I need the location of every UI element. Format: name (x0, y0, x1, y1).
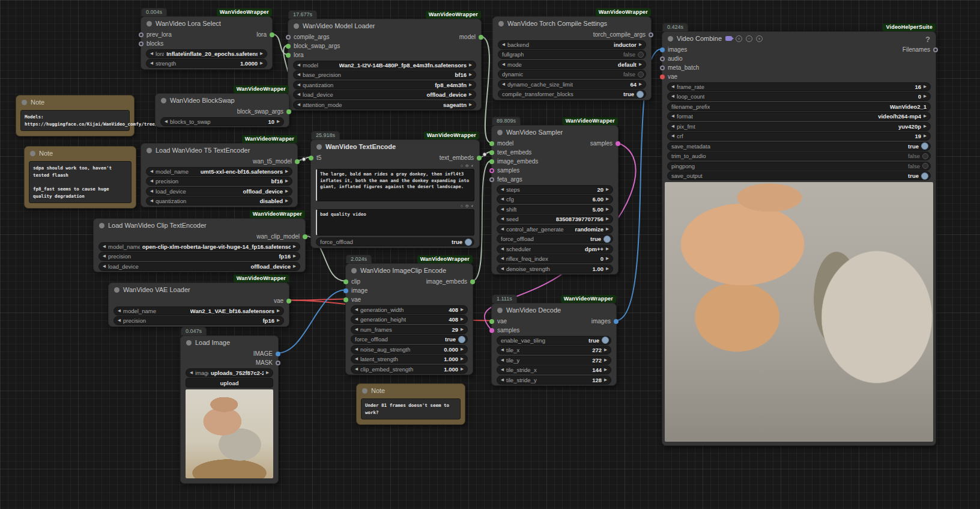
collapse-dot[interactable] (316, 144, 322, 150)
collapse-dot[interactable] (147, 21, 152, 26)
increment-icon[interactable]: ▶ (469, 93, 472, 97)
input-dot-vae[interactable] (343, 297, 348, 302)
collapse-dot[interactable] (497, 130, 503, 135)
widget-load_device[interactable]: ◀load_deviceoffload_device▶ (146, 187, 292, 196)
toggle-knob[interactable] (922, 153, 928, 159)
increment-icon[interactable]: ▶ (293, 254, 296, 258)
output-slot-model[interactable]: model (459, 34, 483, 40)
widget-cfg[interactable]: ◀cfg6.00▶ (497, 195, 613, 204)
input-slot-lora[interactable]: lora (286, 52, 304, 58)
input-dot-block_swap_args[interactable] (286, 44, 291, 49)
increment-icon[interactable]: ▶ (606, 197, 609, 201)
decrement-icon[interactable]: ◀ (190, 371, 193, 375)
increment-icon[interactable]: ▶ (260, 61, 263, 66)
node-note_frames[interactable]: NoteUnder 81 frames doesn't seem to work… (356, 383, 465, 425)
increment-icon[interactable]: ▶ (924, 94, 927, 99)
decrement-icon[interactable]: ◀ (501, 247, 504, 251)
output-dot-samples[interactable] (616, 141, 620, 146)
widget-compile_transformer_blocks[interactable]: compile_transformer_blockstrue (498, 90, 646, 99)
output-dot-images[interactable] (614, 319, 619, 324)
input-dot-samples[interactable] (489, 328, 494, 333)
decrement-icon[interactable]: ◀ (501, 227, 504, 231)
widget-control_after_generate[interactable]: ◀control_after_generaterandomize▶ (497, 225, 613, 234)
widget-crf[interactable]: ◀crf19▶ (667, 132, 931, 141)
increment-icon[interactable]: ▶ (469, 73, 472, 77)
decrement-icon[interactable]: ◀ (671, 134, 674, 138)
increment-icon[interactable]: ▶ (469, 103, 472, 107)
input-dot-prev_lora[interactable] (139, 32, 144, 37)
output-dot-text_embeds[interactable] (477, 156, 482, 160)
input-dot-vae[interactable] (489, 319, 494, 324)
node-model_loader[interactable]: 17.677sWanVideoWrapperWanVideo Model Loa… (288, 19, 482, 111)
widget-trim_to_audio[interactable]: trim_to_audiofalse (667, 151, 931, 160)
decrement-icon[interactable]: ◀ (150, 61, 153, 66)
widget-model_name[interactable]: ◀model_nameopen-clip-xlm-roberta-large-v… (98, 242, 300, 251)
increment-icon[interactable]: ▶ (924, 114, 927, 118)
input-dot-vae[interactable] (660, 75, 665, 79)
widget-num_frames[interactable]: ◀num_frames29▶ (351, 325, 468, 334)
widget-quantization[interactable]: ◀quantizationfp8_e4m3fn▶ (293, 81, 476, 90)
input-slot-model[interactable]: model (489, 140, 513, 147)
node-note_models[interactable]: NoteModels: https://huggingface.co/Kijai… (16, 95, 135, 136)
collapse-dot[interactable] (30, 151, 35, 156)
increment-icon[interactable]: ▶ (461, 347, 464, 352)
collapse-dot[interactable] (114, 287, 119, 293)
node-sampler[interactable]: 89.809sWanVideoWrapperWanVideo Samplermo… (491, 125, 619, 275)
output-slot-vae[interactable]: vae (274, 297, 291, 304)
upload-button[interactable]: upload (186, 378, 273, 388)
decrement-icon[interactable]: ◀ (297, 63, 300, 67)
increment-icon[interactable]: ▶ (277, 319, 280, 323)
widget-tile_stride_y[interactable]: ◀tile_stride_y128▶ (497, 376, 611, 385)
node-block_swap[interactable]: WanVideoWrapperWanVideo BlockSwapblock_s… (155, 93, 289, 127)
widget-model_name[interactable]: ◀model_nameWan2_1_VAE_bf16.safetensors▶ (113, 306, 284, 315)
input-dot-meta_batch[interactable] (660, 66, 665, 70)
widget-tile_x[interactable]: ◀tile_x272▶ (497, 346, 611, 355)
node-t5_encoder[interactable]: WanVideoWrapperLoad WanVideo T5 TextEnco… (141, 143, 298, 207)
decrement-icon[interactable]: ◀ (502, 43, 505, 47)
output-dot-image_embeds[interactable] (470, 279, 475, 284)
increment-icon[interactable]: ▶ (285, 199, 288, 203)
decrement-icon[interactable]: ◀ (355, 357, 358, 361)
decrement-icon[interactable]: ◀ (671, 124, 674, 129)
widget-frame_rate[interactable]: ◀frame_rate16▶ (667, 82, 931, 91)
node-video_combine[interactable]: 0.424sVideoHelperSuiteVideo Combinev−s?i… (662, 31, 936, 446)
widget-save_metadata[interactable]: save_metadatatrue (667, 142, 931, 151)
widget-enable_vae_tiling[interactable]: enable_vae_tilingtrue (497, 336, 611, 345)
widget-scheduler[interactable]: ◀schedulerdpm++▶ (497, 245, 613, 254)
input-slot-samples[interactable]: samples (489, 167, 519, 174)
collapse-dot[interactable] (186, 340, 192, 346)
input-slot-images[interactable]: images (660, 46, 687, 53)
increment-icon[interactable]: ▶ (606, 217, 609, 221)
decrement-icon[interactable]: ◀ (501, 187, 504, 192)
output-slot-block_swap_args[interactable]: block_swap_args (237, 108, 291, 115)
output-slot-MASK[interactable]: MASK (256, 359, 280, 366)
decrement-icon[interactable]: ◀ (501, 197, 504, 201)
increment-icon[interactable]: ▶ (461, 317, 464, 322)
widget-seed[interactable]: ◀seed835087397707756▶ (497, 215, 613, 224)
collapse-dot[interactable] (668, 36, 673, 41)
collapse-dot[interactable] (161, 98, 166, 103)
increment-icon[interactable]: ▶ (461, 328, 464, 332)
widget-precision[interactable]: ◀precisionfp16▶ (113, 316, 284, 325)
input-dot-blocks[interactable] (139, 41, 144, 46)
input-slot-feta_args[interactable]: feta_args (489, 176, 522, 183)
toggle-knob[interactable] (602, 337, 609, 344)
collapse-dot[interactable] (294, 23, 299, 29)
node-graph-canvas[interactable]: 0.004sWanVideoWrapperWanVideo Lora Selec… (0, 0, 980, 509)
toggle-knob[interactable] (638, 52, 644, 58)
widget-force_offload[interactable]: force_offloadtrue (351, 335, 468, 344)
widget-dynamo_cache_size_limit[interactable]: ◀dynamo_cache_size_limit64▶ (498, 80, 646, 89)
decrement-icon[interactable]: ◀ (501, 207, 504, 212)
decrement-icon[interactable]: ◀ (297, 93, 300, 97)
node-note_sdpa[interactable]: Notesdpa should work too, haven't tested… (24, 146, 136, 209)
increment-icon[interactable]: ▶ (293, 245, 296, 249)
input-slot-vae[interactable]: vae (489, 318, 507, 325)
widget-clip_embed_strength[interactable]: ◀clip_embed_strength1.000▶ (351, 365, 468, 374)
widget-riflex_freq_index[interactable]: ◀riflex_freq_index0▶ (497, 254, 613, 263)
increment-icon[interactable]: ▶ (277, 120, 280, 124)
increment-icon[interactable]: ▶ (285, 179, 288, 183)
widget-generation_height[interactable]: ◀generation_height408▶ (351, 315, 468, 324)
widget-loop_count[interactable]: ◀loop_count0▶ (667, 92, 931, 101)
increment-icon[interactable]: ▶ (924, 134, 927, 138)
widget-strength[interactable]: ◀strength1.0000▶ (146, 59, 267, 68)
